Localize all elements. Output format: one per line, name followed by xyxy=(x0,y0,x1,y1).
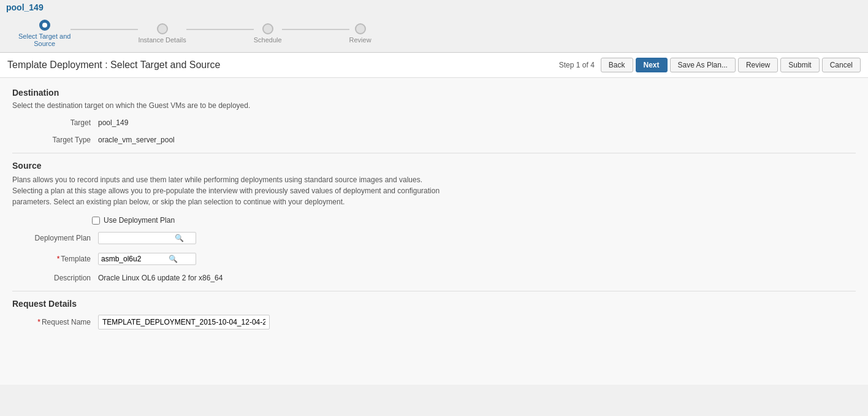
target-value: pool_149 xyxy=(98,118,128,127)
description-row: Description Oracle Linux OL6 update 2 fo… xyxy=(25,274,856,282)
wizard-steps: Select Target andSource Instance Details… xyxy=(6,16,862,52)
request-name-label: *Request Name xyxy=(25,318,98,326)
cancel-button[interactable]: Cancel xyxy=(822,58,861,72)
step-info: Step 1 of 4 xyxy=(559,61,595,69)
use-deployment-plan-checkbox[interactable] xyxy=(92,217,100,225)
back-button[interactable]: Back xyxy=(601,58,633,72)
template-label: *Template xyxy=(25,255,98,263)
wizard-step-2: Instance Details xyxy=(138,23,186,44)
template-input[interactable] xyxy=(101,255,169,263)
next-button[interactable]: Next xyxy=(636,58,668,72)
destination-section: Destination Select the destination targe… xyxy=(12,88,856,144)
pool-title: pool_149 xyxy=(6,2,862,12)
template-input-wrapper: 🔍 xyxy=(98,253,196,265)
target-row: Target pool_149 xyxy=(25,118,856,127)
deployment-plan-input-wrapper: 🔍 xyxy=(98,232,196,244)
request-required-star: * xyxy=(37,318,40,326)
step-4-label: Review xyxy=(349,36,371,44)
request-details-section: Request Details *Request Name xyxy=(12,299,856,329)
main-content: Destination Select the destination targe… xyxy=(0,78,868,385)
step-1-circle xyxy=(39,20,50,31)
step-4-circle xyxy=(355,23,366,34)
target-type-row: Target Type oracle_vm_server_pool xyxy=(25,136,856,144)
template-required-star: * xyxy=(57,255,60,263)
submit-button[interactable]: Submit xyxy=(780,58,819,72)
target-type-label: Target Type xyxy=(25,136,98,144)
step-3-circle xyxy=(262,23,273,34)
deployment-plan-row: Deployment Plan 🔍 xyxy=(25,232,856,244)
deployment-plan-input[interactable] xyxy=(101,234,175,242)
source-title: Source xyxy=(12,161,856,171)
review-button[interactable]: Review xyxy=(738,58,778,72)
request-divider xyxy=(12,291,856,291)
step-line-2-3 xyxy=(186,29,254,30)
step-2-label: Instance Details xyxy=(138,36,186,44)
step-line-1-2 xyxy=(70,29,138,30)
target-type-value: oracle_vm_server_pool xyxy=(98,136,175,144)
request-name-row: *Request Name xyxy=(25,315,856,329)
description-label: Description xyxy=(25,274,98,282)
target-label: Target xyxy=(25,118,98,127)
step-line-3-4 xyxy=(282,29,349,30)
template-search-icon[interactable]: 🔍 xyxy=(169,255,178,263)
step-2-circle xyxy=(157,23,168,34)
source-description: Plans allows you to record inputs and us… xyxy=(12,174,441,207)
request-details-title: Request Details xyxy=(12,299,856,309)
use-deployment-plan-label[interactable]: Use Deployment Plan xyxy=(104,216,175,225)
destination-description: Select the destination target on which t… xyxy=(12,101,856,110)
destination-title: Destination xyxy=(12,88,856,98)
deployment-plan-label: Deployment Plan xyxy=(25,234,98,242)
step-3-label: Schedule xyxy=(254,36,282,44)
save-as-plan-button[interactable]: Save As Plan... xyxy=(670,58,736,72)
page-title: Template Deployment : Select Target and … xyxy=(7,60,220,71)
deployment-plan-search-icon[interactable]: 🔍 xyxy=(175,234,184,242)
section-divider xyxy=(12,153,856,153)
step-1-label: Select Target andSource xyxy=(18,33,70,47)
page-header: Template Deployment : Select Target and … xyxy=(0,53,868,78)
source-section: Source Plans allows you to record inputs… xyxy=(12,161,856,282)
use-deployment-plan-row: Use Deployment Plan xyxy=(92,216,856,225)
description-value: Oracle Linux OL6 update 2 for x86_64 xyxy=(98,274,223,282)
request-name-input[interactable] xyxy=(98,315,270,329)
wizard-step-3: Schedule xyxy=(254,23,282,44)
header-actions: Step 1 of 4 Back Next Save As Plan... Re… xyxy=(559,58,861,72)
wizard-step-4: Review xyxy=(349,23,371,44)
wizard-step-1: Select Target andSource xyxy=(18,20,70,47)
template-row: *Template 🔍 xyxy=(25,253,856,265)
